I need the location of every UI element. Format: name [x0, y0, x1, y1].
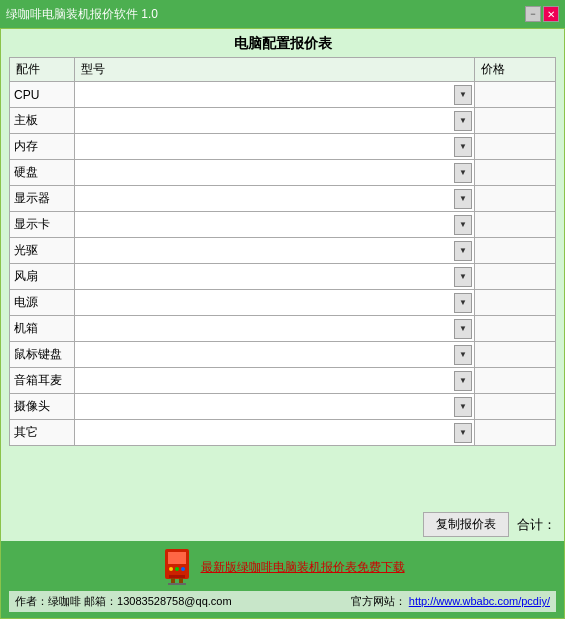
table-row: 风扇▼	[10, 264, 556, 290]
table-wrapper: 配件 型号 价格 CPU▼主板▼内存▼硬盘▼显示器▼显示卡▼光驱▼风扇▼电源▼机…	[1, 57, 564, 508]
dropdown-button[interactable]: ▼	[454, 137, 472, 157]
dropdown-button[interactable]: ▼	[454, 215, 472, 235]
model-input[interactable]	[77, 241, 454, 261]
table-row: 机箱▼	[10, 316, 556, 342]
bottom-bar: 最新版绿咖啡电脑装机报价表免费下载 作者：绿咖啡 邮箱：13083528758@…	[1, 541, 564, 618]
website-info: 官方网站： http://www.wbabc.com/pcdiy/	[351, 594, 550, 609]
part-label: 音箱耳麦	[10, 368, 75, 394]
model-input[interactable]	[77, 397, 454, 417]
model-input[interactable]	[77, 111, 454, 131]
part-label: 显示器	[10, 186, 75, 212]
dropdown-button[interactable]: ▼	[454, 293, 472, 313]
model-cell: ▼	[74, 316, 474, 342]
download-link[interactable]: 最新版绿咖啡电脑装机报价表免费下载	[201, 559, 405, 576]
dropdown-button[interactable]: ▼	[454, 397, 472, 417]
model-input[interactable]	[77, 293, 454, 313]
table-row: 音箱耳麦▼	[10, 368, 556, 394]
total-label: 合计：	[517, 516, 556, 534]
window-controls: － ✕	[525, 6, 559, 22]
table-row: 显示卡▼	[10, 212, 556, 238]
svg-point-2	[169, 567, 173, 571]
col-part: 配件	[10, 58, 75, 82]
dropdown-button[interactable]: ▼	[454, 189, 472, 209]
model-input[interactable]	[77, 345, 454, 365]
model-cell: ▼	[74, 420, 474, 446]
dropdown-button[interactable]: ▼	[454, 163, 472, 183]
part-label: 机箱	[10, 316, 75, 342]
part-label: 显示卡	[10, 212, 75, 238]
svg-rect-8	[168, 583, 186, 585]
svg-rect-6	[171, 578, 175, 583]
dropdown-button[interactable]: ▼	[454, 267, 472, 287]
table-row: 光驱▼	[10, 238, 556, 264]
part-label: 光驱	[10, 238, 75, 264]
model-cell: ▼	[74, 108, 474, 134]
main-window: 电脑配置报价表 配件 型号 价格 CPU▼主板▼内存▼硬盘▼显示器▼显示卡▼光驱…	[0, 28, 565, 619]
model-cell: ▼	[74, 290, 474, 316]
price-cell	[474, 82, 555, 108]
table-row: CPU▼	[10, 82, 556, 108]
table-row: 其它▼	[10, 420, 556, 446]
model-input[interactable]	[77, 85, 454, 105]
part-label: 其它	[10, 420, 75, 446]
model-cell: ▼	[74, 134, 474, 160]
part-label: 鼠标键盘	[10, 342, 75, 368]
model-cell: ▼	[74, 238, 474, 264]
table-row: 主板▼	[10, 108, 556, 134]
website-link[interactable]: http://www.wbabc.com/pcdiy/	[409, 595, 550, 607]
svg-point-4	[181, 567, 185, 571]
part-label: CPU	[10, 82, 75, 108]
price-cell	[474, 394, 555, 420]
part-label: 内存	[10, 134, 75, 160]
website-label: 官方网站：	[351, 595, 406, 607]
model-input[interactable]	[77, 163, 454, 183]
dropdown-button[interactable]: ▼	[454, 345, 472, 365]
dropdown-button[interactable]: ▼	[454, 111, 472, 131]
table-row: 内存▼	[10, 134, 556, 160]
close-button[interactable]: ✕	[543, 6, 559, 22]
model-cell: ▼	[74, 342, 474, 368]
dropdown-button[interactable]: ▼	[454, 85, 472, 105]
model-input[interactable]	[77, 423, 454, 443]
price-cell	[474, 316, 555, 342]
copy-button[interactable]: 复制报价表	[423, 512, 509, 537]
dropdown-button[interactable]: ▼	[454, 319, 472, 339]
part-label: 摄像头	[10, 394, 75, 420]
action-row: 复制报价表 合计：	[1, 508, 564, 541]
model-cell: ▼	[74, 264, 474, 290]
table-row: 硬盘▼	[10, 160, 556, 186]
svg-rect-5	[169, 575, 185, 578]
dropdown-button[interactable]: ▼	[454, 423, 472, 443]
dropdown-button[interactable]: ▼	[454, 371, 472, 391]
model-input[interactable]	[77, 215, 454, 235]
author-info: 作者：绿咖啡 邮箱：13083528758@qq.com	[15, 594, 232, 609]
model-cell: ▼	[74, 82, 474, 108]
app-title: 绿咖啡电脑装机报价软件 1.0	[6, 6, 158, 23]
model-input[interactable]	[77, 371, 454, 391]
model-input[interactable]	[77, 189, 454, 209]
price-cell	[474, 238, 555, 264]
model-input[interactable]	[77, 267, 454, 287]
part-label: 主板	[10, 108, 75, 134]
minimize-button[interactable]: －	[525, 6, 541, 22]
model-input[interactable]	[77, 137, 454, 157]
table-row: 摄像头▼	[10, 394, 556, 420]
dropdown-button[interactable]: ▼	[454, 241, 472, 261]
part-label: 电源	[10, 290, 75, 316]
config-table: 配件 型号 价格 CPU▼主板▼内存▼硬盘▼显示器▼显示卡▼光驱▼风扇▼电源▼机…	[9, 57, 556, 446]
col-price: 价格	[474, 58, 555, 82]
footer-row: 作者：绿咖啡 邮箱：13083528758@qq.com 官方网站： http:…	[9, 591, 556, 612]
svg-rect-7	[179, 578, 183, 583]
price-cell	[474, 290, 555, 316]
price-cell	[474, 420, 555, 446]
price-cell	[474, 264, 555, 290]
price-cell	[474, 212, 555, 238]
price-cell	[474, 134, 555, 160]
table-row: 电源▼	[10, 290, 556, 316]
price-cell	[474, 342, 555, 368]
part-label: 风扇	[10, 264, 75, 290]
model-input[interactable]	[77, 319, 454, 339]
model-cell: ▼	[74, 186, 474, 212]
svg-point-3	[175, 567, 179, 571]
table-row: 显示器▼	[10, 186, 556, 212]
